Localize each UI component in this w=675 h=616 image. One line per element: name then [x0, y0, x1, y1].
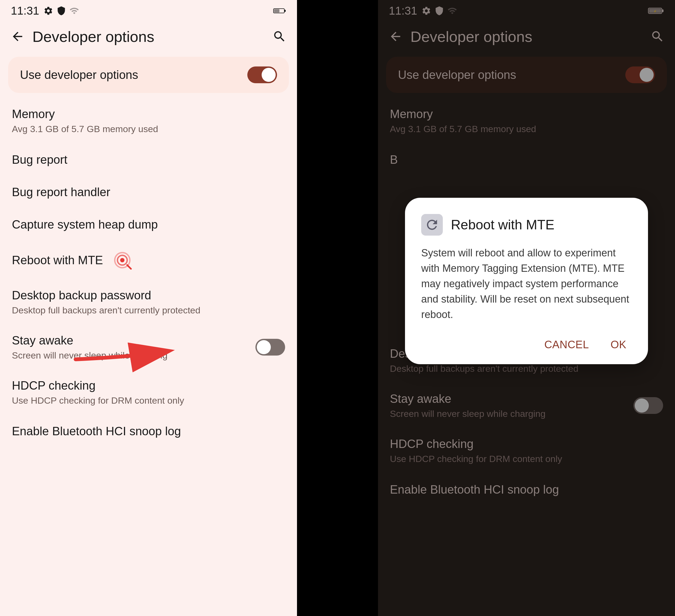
- right-panel: 11:31 ⚡ Developer options: [378, 0, 675, 616]
- wifi-icon: [69, 6, 79, 16]
- stay-awake-toggle-left[interactable]: [255, 339, 285, 355]
- dialog-reboot-icon: [421, 214, 443, 235]
- dev-options-toggle-left[interactable]: [247, 66, 277, 83]
- setting-text: Bug report handler: [12, 185, 285, 199]
- setting-text: Desktop backup password Desktop full bac…: [12, 288, 285, 316]
- dev-options-card-left: Use developer options: [8, 57, 289, 93]
- setting-title: Reboot with MTE: [12, 249, 285, 271]
- status-bar-left: 11:31: [0, 0, 297, 22]
- svg-line-6: [127, 265, 131, 269]
- list-item[interactable]: Bug report: [0, 143, 297, 176]
- setting-text: HDCP checking Use HDCP checking for DRM …: [12, 379, 285, 406]
- click-animation-icon: [111, 249, 133, 271]
- list-item[interactable]: Capture system heap dump: [0, 208, 297, 241]
- cancel-button[interactable]: Cancel: [539, 336, 594, 353]
- toggle-thumb-left: [261, 68, 276, 82]
- list-item[interactable]: Bug report handler: [0, 176, 297, 208]
- reboot-mte-item[interactable]: Reboot with MTE: [0, 241, 297, 280]
- toggle-thumb: [257, 340, 271, 354]
- setting-title: Bug report handler: [12, 185, 285, 199]
- search-button-left[interactable]: [270, 27, 289, 46]
- status-icons-left: [44, 6, 79, 16]
- svg-point-5: [120, 258, 125, 262]
- setting-subtitle: Screen will never sleep while charging: [12, 349, 255, 361]
- setting-title: Desktop backup password: [12, 288, 285, 302]
- setting-title: Memory: [12, 107, 285, 121]
- setting-text: Reboot with MTE: [12, 249, 285, 271]
- reboot-mte-label: Reboot with MTE: [12, 253, 103, 268]
- back-button-left[interactable]: [8, 27, 27, 46]
- settings-icon: [44, 6, 53, 16]
- left-panel: 11:31 Developer options: [0, 0, 297, 616]
- top-bar-left: Developer options: [0, 22, 297, 51]
- setting-text: Capture system heap dump: [12, 217, 285, 232]
- setting-subtitle: Use HDCP checking for DRM content only: [12, 395, 285, 406]
- dialog-header: Reboot with MTE: [421, 214, 632, 235]
- setting-title: Stay awake: [12, 333, 255, 348]
- battery-icon-left: [273, 6, 286, 16]
- svg-rect-1: [284, 10, 286, 12]
- dialog-body: System will reboot and allow to experime…: [421, 245, 632, 322]
- svg-rect-2: [274, 9, 280, 12]
- time-left: 11:31: [11, 4, 39, 17]
- dialog-title: Reboot with MTE: [451, 217, 554, 232]
- setting-text: Bug report: [12, 153, 285, 167]
- settings-list-left: Memory Avg 3.1 GB of 5.7 GB memory used …: [0, 98, 297, 616]
- dev-options-label-left: Use developer options: [20, 68, 138, 82]
- security-icon: [57, 6, 66, 16]
- setting-text: Memory Avg 3.1 GB of 5.7 GB memory used: [12, 107, 285, 135]
- page-title-left: Developer options: [32, 28, 265, 46]
- dialog-overlay: Reboot with MTE System will reboot and a…: [378, 0, 675, 616]
- setting-subtitle: Desktop full backups aren't currently pr…: [12, 304, 285, 316]
- divider: [297, 0, 378, 616]
- setting-title: Capture system heap dump: [12, 217, 285, 232]
- list-item[interactable]: Desktop backup password Desktop full bac…: [0, 280, 297, 325]
- setting-title: Enable Bluetooth HCI snoop log: [12, 424, 285, 438]
- setting-text: Enable Bluetooth HCI snoop log: [12, 424, 285, 438]
- reboot-mte-dialog: Reboot with MTE System will reboot and a…: [405, 198, 648, 364]
- setting-text: Stay awake Screen will never sleep while…: [12, 333, 255, 361]
- list-item[interactable]: Enable Bluetooth HCI snoop log: [0, 415, 297, 448]
- setting-title: HDCP checking: [12, 379, 285, 393]
- list-item[interactable]: Memory Avg 3.1 GB of 5.7 GB memory used: [0, 98, 297, 143]
- stay-awake-item[interactable]: Stay awake Screen will never sleep while…: [0, 325, 297, 370]
- list-item[interactable]: HDCP checking Use HDCP checking for DRM …: [0, 370, 297, 415]
- setting-title: Bug report: [12, 153, 285, 167]
- dialog-actions: Cancel OK: [421, 336, 632, 353]
- setting-subtitle: Avg 3.1 GB of 5.7 GB memory used: [12, 123, 285, 135]
- ok-button[interactable]: OK: [605, 336, 632, 353]
